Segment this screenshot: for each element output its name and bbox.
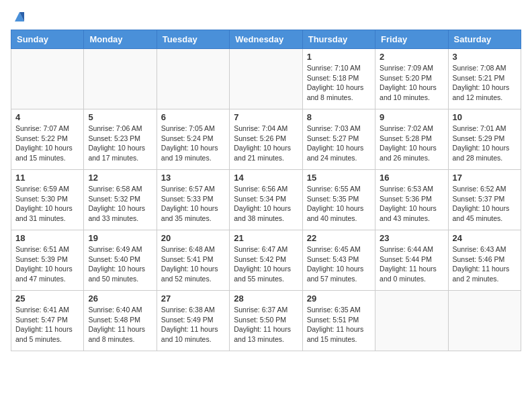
week-row-1: 4Sunrise: 7:07 AM Sunset: 5:22 PM Daylig… — [11, 109, 521, 170]
calendar-cell: 17Sunrise: 6:52 AM Sunset: 5:37 PM Dayli… — [448, 170, 521, 230]
calendar-cell: 15Sunrise: 6:55 AM Sunset: 5:35 PM Dayli… — [302, 170, 375, 230]
week-row-4: 25Sunrise: 6:41 AM Sunset: 5:47 PM Dayli… — [11, 291, 521, 351]
day-info: Sunrise: 6:58 AM Sunset: 5:32 PM Dayligh… — [88, 184, 152, 224]
logo-icon — [12, 9, 27, 24]
day-info: Sunrise: 7:09 AM Sunset: 5:20 PM Dayligh… — [380, 63, 443, 103]
calendar-cell — [157, 49, 229, 109]
day-info: Sunrise: 6:47 AM Sunset: 5:42 PM Dayligh… — [234, 244, 298, 284]
calendar-header-saturday: Saturday — [448, 30, 521, 49]
calendar-cell: 14Sunrise: 6:56 AM Sunset: 5:34 PM Dayli… — [230, 170, 302, 230]
day-number: 15 — [307, 173, 371, 183]
week-row-0: 1Sunrise: 7:10 AM Sunset: 5:18 PM Daylig… — [11, 49, 521, 109]
page-header — [11, 11, 521, 24]
calendar-cell — [230, 49, 302, 109]
day-info: Sunrise: 6:51 AM Sunset: 5:39 PM Dayligh… — [15, 244, 79, 284]
day-number: 4 — [15, 112, 79, 122]
calendar-cell — [84, 49, 157, 109]
day-info: Sunrise: 6:35 AM Sunset: 5:51 PM Dayligh… — [307, 305, 371, 345]
day-info: Sunrise: 7:02 AM Sunset: 5:28 PM Dayligh… — [380, 124, 443, 163]
calendar-cell: 28Sunrise: 6:37 AM Sunset: 5:50 PM Dayli… — [230, 291, 302, 351]
calendar-cell: 8Sunrise: 7:03 AM Sunset: 5:27 PM Daylig… — [302, 109, 375, 170]
day-number: 17 — [453, 173, 517, 183]
calendar-cell: 25Sunrise: 6:41 AM Sunset: 5:47 PM Dayli… — [11, 291, 84, 351]
day-number: 2 — [380, 52, 443, 62]
calendar-header-monday: Monday — [84, 30, 157, 49]
day-info: Sunrise: 7:10 AM Sunset: 5:18 PM Dayligh… — [307, 63, 371, 103]
day-number: 1 — [307, 52, 371, 62]
calendar-cell: 10Sunrise: 7:01 AM Sunset: 5:29 PM Dayli… — [448, 109, 521, 170]
day-info: Sunrise: 7:01 AM Sunset: 5:29 PM Dayligh… — [453, 124, 517, 163]
day-number: 18 — [15, 233, 79, 243]
calendar-cell: 13Sunrise: 6:57 AM Sunset: 5:33 PM Dayli… — [157, 170, 229, 230]
calendar-cell: 29Sunrise: 6:35 AM Sunset: 5:51 PM Dayli… — [302, 291, 375, 351]
calendar-table: SundayMondayTuesdayWednesdayThursdayFrid… — [11, 30, 521, 351]
day-info: Sunrise: 6:55 AM Sunset: 5:35 PM Dayligh… — [307, 184, 371, 224]
calendar-cell: 20Sunrise: 6:48 AM Sunset: 5:41 PM Dayli… — [157, 230, 229, 291]
calendar-cell: 21Sunrise: 6:47 AM Sunset: 5:42 PM Dayli… — [230, 230, 302, 291]
calendar-cell: 11Sunrise: 6:59 AM Sunset: 5:30 PM Dayli… — [11, 170, 84, 230]
day-number: 20 — [161, 233, 225, 243]
calendar-header-friday: Friday — [375, 30, 448, 49]
calendar-cell: 9Sunrise: 7:02 AM Sunset: 5:28 PM Daylig… — [375, 109, 448, 170]
day-number: 8 — [307, 112, 371, 122]
day-info: Sunrise: 7:05 AM Sunset: 5:24 PM Dayligh… — [161, 124, 225, 163]
calendar-cell — [448, 291, 521, 351]
day-number: 24 — [453, 233, 517, 243]
day-number: 10 — [453, 112, 517, 122]
day-number: 21 — [234, 233, 298, 243]
calendar-header-row: SundayMondayTuesdayWednesdayThursdayFrid… — [11, 30, 521, 49]
calendar-header-thursday: Thursday — [302, 30, 375, 49]
day-info: Sunrise: 6:38 AM Sunset: 5:49 PM Dayligh… — [161, 305, 225, 345]
day-info: Sunrise: 7:07 AM Sunset: 5:22 PM Dayligh… — [15, 124, 79, 163]
day-info: Sunrise: 7:08 AM Sunset: 5:21 PM Dayligh… — [453, 63, 517, 103]
calendar-cell: 19Sunrise: 6:49 AM Sunset: 5:40 PM Dayli… — [84, 230, 157, 291]
day-number: 3 — [453, 52, 517, 62]
calendar-header-wednesday: Wednesday — [230, 30, 302, 49]
day-info: Sunrise: 6:37 AM Sunset: 5:50 PM Dayligh… — [234, 305, 298, 345]
calendar-cell: 2Sunrise: 7:09 AM Sunset: 5:20 PM Daylig… — [375, 49, 448, 109]
calendar-header-tuesday: Tuesday — [157, 30, 229, 49]
day-number: 23 — [380, 233, 443, 243]
day-number: 19 — [88, 233, 152, 243]
day-info: Sunrise: 6:52 AM Sunset: 5:37 PM Dayligh… — [453, 184, 517, 224]
calendar-cell: 3Sunrise: 7:08 AM Sunset: 5:21 PM Daylig… — [448, 49, 521, 109]
calendar-cell: 1Sunrise: 7:10 AM Sunset: 5:18 PM Daylig… — [302, 49, 375, 109]
day-number: 27 — [161, 293, 225, 304]
day-number: 11 — [15, 173, 79, 183]
day-number: 29 — [307, 293, 371, 304]
day-number: 12 — [88, 173, 152, 183]
day-info: Sunrise: 6:57 AM Sunset: 5:33 PM Dayligh… — [161, 184, 225, 224]
day-number: 26 — [88, 293, 152, 304]
calendar-cell: 23Sunrise: 6:44 AM Sunset: 5:44 PM Dayli… — [375, 230, 448, 291]
calendar-cell: 27Sunrise: 6:38 AM Sunset: 5:49 PM Dayli… — [157, 291, 229, 351]
day-number: 22 — [307, 233, 371, 243]
day-info: Sunrise: 6:40 AM Sunset: 5:48 PM Dayligh… — [88, 305, 152, 345]
logo — [11, 11, 27, 24]
day-number: 25 — [15, 293, 79, 304]
day-info: Sunrise: 6:45 AM Sunset: 5:43 PM Dayligh… — [307, 244, 371, 284]
calendar-cell: 26Sunrise: 6:40 AM Sunset: 5:48 PM Dayli… — [84, 291, 157, 351]
day-info: Sunrise: 6:44 AM Sunset: 5:44 PM Dayligh… — [380, 244, 443, 284]
calendar-cell: 5Sunrise: 7:06 AM Sunset: 5:23 PM Daylig… — [84, 109, 157, 170]
calendar-header-sunday: Sunday — [11, 30, 84, 49]
day-info: Sunrise: 6:41 AM Sunset: 5:47 PM Dayligh… — [15, 305, 79, 345]
day-info: Sunrise: 7:06 AM Sunset: 5:23 PM Dayligh… — [88, 124, 152, 163]
day-info: Sunrise: 6:48 AM Sunset: 5:41 PM Dayligh… — [161, 244, 225, 284]
day-info: Sunrise: 6:53 AM Sunset: 5:36 PM Dayligh… — [380, 184, 443, 224]
calendar-cell: 24Sunrise: 6:43 AM Sunset: 5:46 PM Dayli… — [448, 230, 521, 291]
calendar-cell — [11, 49, 84, 109]
day-number: 16 — [380, 173, 443, 183]
calendar-cell: 6Sunrise: 7:05 AM Sunset: 5:24 PM Daylig… — [157, 109, 229, 170]
day-number: 6 — [161, 112, 225, 122]
day-number: 14 — [234, 173, 298, 183]
week-row-3: 18Sunrise: 6:51 AM Sunset: 5:39 PM Dayli… — [11, 230, 521, 291]
day-number: 7 — [234, 112, 298, 122]
day-info: Sunrise: 6:49 AM Sunset: 5:40 PM Dayligh… — [88, 244, 152, 284]
calendar-cell: 22Sunrise: 6:45 AM Sunset: 5:43 PM Dayli… — [302, 230, 375, 291]
day-info: Sunrise: 7:03 AM Sunset: 5:27 PM Dayligh… — [307, 124, 371, 163]
calendar-cell: 16Sunrise: 6:53 AM Sunset: 5:36 PM Dayli… — [375, 170, 448, 230]
day-info: Sunrise: 6:59 AM Sunset: 5:30 PM Dayligh… — [15, 184, 79, 224]
calendar-cell: 12Sunrise: 6:58 AM Sunset: 5:32 PM Dayli… — [84, 170, 157, 230]
calendar-cell: 7Sunrise: 7:04 AM Sunset: 5:26 PM Daylig… — [230, 109, 302, 170]
week-row-2: 11Sunrise: 6:59 AM Sunset: 5:30 PM Dayli… — [11, 170, 521, 230]
